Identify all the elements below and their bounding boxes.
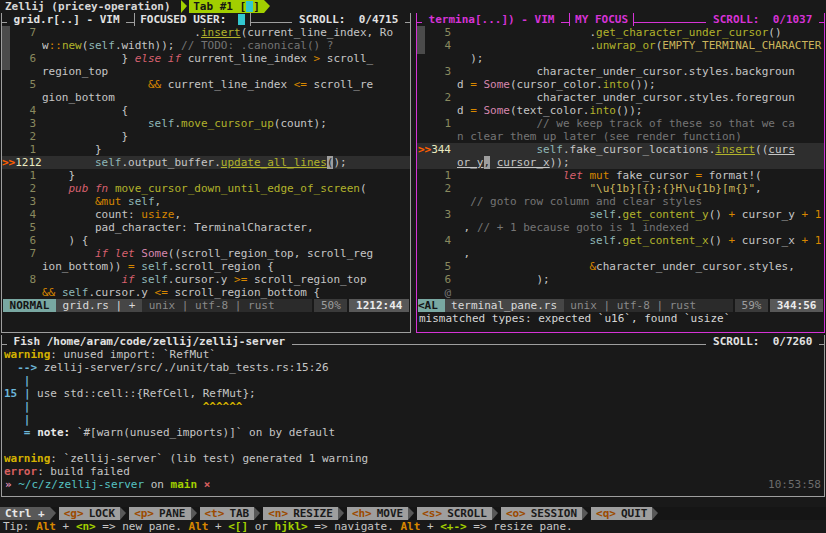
code-line: >>1212 self.output_buffer.update_all_lin… <box>2 156 410 169</box>
text-segment: self <box>589 208 616 221</box>
text-segment: if let <box>95 247 135 260</box>
text-segment: } <box>42 169 75 182</box>
code-line: 5 pad_character: TerminalCharacter, <box>2 221 410 234</box>
code-line: 1 let mut fake_cursor = format!( <box>417 169 824 182</box>
code-line: 1 } <box>2 143 410 156</box>
text-segment: .cursor.y <box>88 286 154 299</box>
text-segment <box>42 195 95 208</box>
line-number-gutter: 1 <box>417 169 457 182</box>
terminal-line: | <box>4 413 824 426</box>
ctrl-modifier-segment: Ctrl + <box>0 507 50 520</box>
line-number-gutter: 2 <box>2 130 42 143</box>
code-line: 5 && current_line_index <= scroll_re <box>2 78 410 91</box>
text-segment: curs <box>768 143 795 156</box>
tab-1[interactable]: Tab #1 [] <box>189 0 264 13</box>
line-number-gutter: 3 <box>417 65 457 78</box>
pane-terminal-pane-rs[interactable]: termina[...]) - VIM MY FOCUS SCROLL: 0/1… <box>416 13 825 333</box>
line-number-gutter: >>1212 <box>2 156 42 169</box>
text-segment: on <box>144 478 171 491</box>
line-number-gutter: 6 <box>417 273 457 286</box>
pane-grid-rs[interactable]: grid.r[..] - VIM FOCUSED USER: SCROLL: 0… <box>1 13 411 333</box>
text-segment: get_content_x <box>623 234 709 247</box>
line-number-gutter <box>417 104 457 117</box>
text-segment: )); <box>550 156 570 169</box>
text-segment: else if <box>135 52 181 65</box>
text-segment: ); <box>333 156 346 169</box>
text-segment <box>42 78 148 91</box>
focused-user-label: FOCUSED USER: <box>134 13 251 26</box>
text-segment: = <box>128 260 135 273</box>
text-segment <box>457 208 589 221</box>
code-line: 7 .insert(current_line_index, Ro <box>2 26 410 39</box>
text-segment: ( <box>360 182 367 195</box>
text-segment: Tip: <box>3 520 36 533</box>
powerline-arrow-icon <box>582 507 588 520</box>
text-segment: = <box>470 78 477 91</box>
line-number-gutter: 3 <box>417 208 457 221</box>
line-number-gutter: 3 <box>2 117 42 130</box>
status-segment-info: unix | utf-8 | rust <box>564 299 733 312</box>
text-segment: d <box>457 104 470 117</box>
pane-terminal-title-text: termina[...]) - VIM <box>422 13 561 26</box>
text-segment: } <box>42 130 128 143</box>
keybind-key: <q> <box>596 507 616 520</box>
tab-bracket-open: [ <box>240 0 247 13</box>
line-number-gutter: 2 <box>2 182 42 195</box>
powerline-arrow-icon <box>50 507 56 520</box>
line-number-gutter <box>2 286 42 299</box>
code-line: d = Some(text_color.into()); <box>417 104 824 117</box>
line-number-gutter: 4 <box>2 208 42 221</box>
text-segment: : unused import: `RefMut` <box>50 348 216 361</box>
terminal-line: 15 | use std::cell::{RefCell, RefMut}; <box>4 387 824 400</box>
text-segment: | <box>24 387 31 400</box>
text-segment: ()); <box>629 78 656 91</box>
text-segment: ~/c/z/zellij-server <box>18 478 144 491</box>
text-segment: gion_bottom <box>42 91 115 104</box>
zellij-screen: Zellij (pricey-operation) Tab #1 [] grid… <box>0 0 826 533</box>
line-number-gutter <box>417 130 457 143</box>
shell-prompt: » ~/c/z/zellij-server on main × <box>5 478 210 491</box>
grid-rs-buffer[interactable]: 7 .insert(current_line_index, Row::new(s… <box>2 26 410 299</box>
text-segment: + <box>420 520 440 533</box>
text-segment: . <box>457 26 596 39</box>
text-segment: . <box>42 26 201 39</box>
text-segment: ); <box>457 273 550 286</box>
text-segment: get_content_y <box>623 208 709 221</box>
text-segment: .output_buffer. <box>121 156 220 169</box>
keybind-label: PANE <box>159 507 186 520</box>
text-segment <box>457 143 536 156</box>
text-segment: () <box>709 234 729 247</box>
terminal-pane-rs-buffer[interactable]: 5 .get_character_under_cursor()4 .unwrap… <box>417 26 824 299</box>
keybind-label: MOVE <box>377 507 404 520</box>
powerline-arrow-icon <box>408 507 414 520</box>
code-line: 2 "\u{1b}[{};{}H\u{1b}[m{}", <box>417 182 824 195</box>
keybind-pane: <p>PANE <box>129 507 190 520</box>
text-segment: or_y <box>457 156 484 169</box>
powerline-arrow-icon <box>492 507 498 520</box>
line-number-gutter <box>2 260 42 273</box>
text-segment: : build failed <box>37 465 130 478</box>
code-line: or_y, cursor_x)); <box>417 156 824 169</box>
diagnostic-message: mismatched types: expected `u16`, found … <box>417 312 824 325</box>
pane-fish-shell[interactable]: Fish /home/aram/code/zellij/zellij-serve… <box>1 335 825 497</box>
shell-prompt-line[interactable]: » ~/c/z/zellij-server on main × 10:53:58 <box>2 478 824 491</box>
code-line: && self.cursor.y <= scroll_region_bottom… <box>2 286 410 299</box>
text-segment: . <box>616 208 623 221</box>
code-line: 3 self.get_content_y() + cursor_y + 1 <box>417 208 824 221</box>
text-segment: 1 <box>815 208 822 221</box>
terminal-line: warning: unused import: `RefMut` <box>4 348 824 361</box>
text-segment: () <box>768 26 781 39</box>
text-segment: <= <box>294 78 307 91</box>
code-line: 7 if let Some((scroll_region_top, scroll… <box>2 247 410 260</box>
line-number-gutter <box>417 247 457 260</box>
text-segment: | <box>4 400 31 413</box>
text-segment: or <box>248 520 275 533</box>
keybind-tab: <t>TAB <box>200 507 255 520</box>
text-segment <box>42 156 95 169</box>
text-segment: usize <box>141 208 174 221</box>
text-segment: self <box>141 273 168 286</box>
code-line: 1 } <box>2 169 410 182</box>
pane-grid-scroll-indicator: SCROLL: 0/4715 <box>292 13 405 26</box>
text-segment <box>17 387 24 400</box>
text-segment: self <box>141 260 168 273</box>
